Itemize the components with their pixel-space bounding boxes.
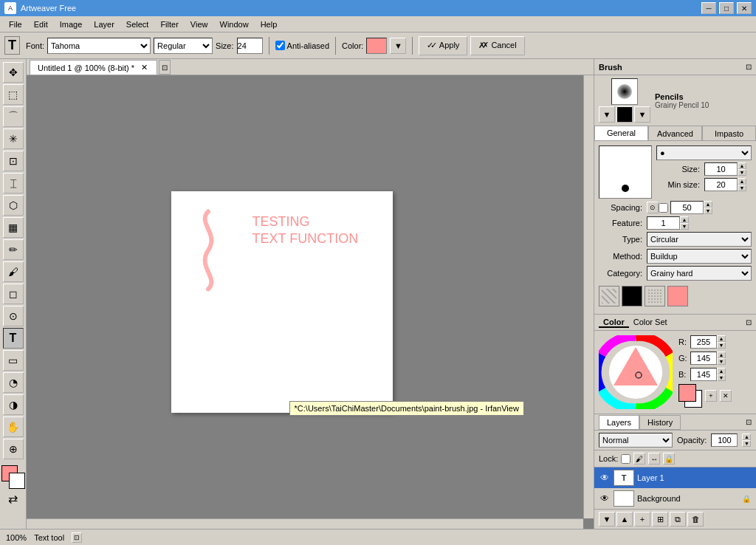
swatch-texture1[interactable] — [599, 286, 619, 306]
menu-window[interactable]: Window — [214, 18, 255, 30]
swatch-add-btn[interactable]: + — [705, 390, 717, 402]
min-size-down[interactable]: ▼ — [738, 185, 746, 191]
tool-gradient[interactable]: ▦ — [3, 217, 24, 238]
layer-move-up-btn[interactable]: ▲ — [616, 512, 633, 527]
canvas-scrollbar-right[interactable] — [583, 75, 594, 518]
layers-tab-layers[interactable]: Layers — [599, 415, 639, 430]
spacing-up[interactable]: ▲ — [704, 201, 712, 208]
menu-view[interactable]: View — [185, 18, 214, 30]
style-select[interactable]: Regular — [154, 38, 213, 54]
feature-up[interactable]: ▲ — [680, 216, 689, 223]
menu-image[interactable]: Image — [54, 18, 89, 30]
lock-icon2[interactable]: ↔ — [648, 453, 660, 465]
swatch-pink[interactable] — [667, 286, 688, 306]
tool-blur[interactable]: ◔ — [3, 372, 24, 393]
blend-mode-select[interactable]: Normal — [599, 433, 673, 448]
size-down[interactable]: ▼ — [738, 169, 746, 176]
brush-shape-select[interactable]: ● — [656, 145, 752, 160]
font-select[interactable]: Tahoma — [47, 38, 151, 54]
tool-magic-wand[interactable]: ✳ — [3, 128, 24, 149]
tool-select-rect[interactable]: ⬚ — [3, 84, 24, 105]
layer-delete-btn[interactable]: 🗑 — [687, 512, 704, 527]
color-tab-color[interactable]: Color — [599, 318, 629, 328]
tool-shape[interactable]: ▭ — [3, 350, 24, 371]
background-color[interactable] — [9, 473, 25, 489]
g-up[interactable]: ▲ — [717, 352, 726, 358]
anti-alias-label[interactable]: Anti-aliased — [275, 41, 329, 50]
r-down[interactable]: ▼ — [717, 342, 726, 349]
swatch-black[interactable] — [622, 286, 642, 306]
swap-colors-icon[interactable]: ⇄ — [8, 492, 18, 506]
tool-bucket[interactable]: ⬡ — [3, 195, 24, 216]
lock-icon3[interactable]: 🔒 — [663, 453, 675, 465]
tool-crop[interactable]: ⊡ — [3, 151, 24, 171]
layers-panel-maximize[interactable]: ⊡ — [746, 418, 752, 426]
size-input[interactable]: 24 — [237, 38, 263, 54]
lock-icon1[interactable]: 🖌 — [633, 453, 645, 465]
opacity-input[interactable] — [711, 433, 738, 447]
layer-new-btn[interactable]: + — [634, 512, 650, 527]
tool-pencil[interactable]: ✏ — [3, 239, 24, 260]
r-input[interactable] — [690, 335, 717, 349]
spacing-clock-btn[interactable]: ⊙ — [647, 202, 659, 213]
tool-eraser[interactable]: ◻ — [3, 284, 24, 304]
b-input[interactable] — [690, 368, 717, 381]
color-picker[interactable] — [366, 38, 387, 54]
min-size-input[interactable] — [704, 178, 738, 191]
brush-select-btn[interactable]: ▼ — [599, 106, 615, 123]
cancel-button[interactable]: ✗ ✗ Cancel — [470, 36, 524, 55]
layer-duplicate-btn[interactable]: ⧉ — [670, 512, 686, 527]
size-value-input[interactable] — [704, 162, 738, 176]
opacity-down[interactable]: ▼ — [742, 440, 751, 447]
menu-edit[interactable]: Edit — [28, 18, 54, 30]
g-down[interactable]: ▼ — [717, 358, 726, 365]
menu-file[interactable]: File — [3, 18, 28, 30]
menu-select[interactable]: Select — [120, 18, 155, 30]
tool-zoom[interactable]: ⊕ — [3, 439, 24, 459]
anti-alias-checkbox[interactable] — [275, 41, 285, 50]
method-select[interactable]: Buildup — [647, 249, 752, 264]
type-select[interactable]: Circular — [647, 232, 752, 247]
tool-select-lasso[interactable]: ⌒ — [3, 106, 24, 127]
menu-filter[interactable]: Filter — [154, 18, 184, 30]
spacing-checkbox[interactable] — [659, 203, 668, 213]
lock-transparency-checkbox[interactable] — [621, 454, 630, 464]
layer-row-background[interactable]: 👁 Background 🔒 — [594, 488, 756, 509]
category-select[interactable]: Grainy hard — [647, 266, 752, 281]
spacing-down[interactable]: ▼ — [704, 208, 712, 214]
close-button[interactable]: ✕ — [737, 2, 752, 14]
brush-tab-advanced[interactable]: Advanced — [648, 126, 702, 140]
tool-dodge[interactable]: ◑ — [3, 394, 24, 415]
layers-tab-history[interactable]: History — [639, 415, 681, 430]
size-up[interactable]: ▲ — [738, 162, 746, 169]
layer-move-down-btn[interactable]: ▼ — [599, 512, 615, 527]
menu-layer[interactable]: Layer — [88, 18, 120, 30]
feature-down[interactable]: ▼ — [680, 223, 689, 230]
canvas-scrollbar-bottom[interactable] — [27, 518, 583, 529]
color-panel-maximize[interactable]: ⊡ — [746, 318, 752, 326]
r-up[interactable]: ▲ — [717, 335, 726, 342]
layer-row-layer1[interactable]: 👁 T Layer 1 — [594, 467, 756, 488]
opacity-up[interactable]: ▲ — [742, 433, 751, 440]
brush-options-btn[interactable]: ▼ — [634, 106, 650, 123]
spacing-input[interactable] — [670, 201, 704, 214]
b-down[interactable]: ▼ — [717, 374, 726, 381]
brush-panel-maximize[interactable]: ⊡ — [746, 63, 752, 71]
tool-text[interactable]: T — [3, 328, 24, 349]
min-size-up[interactable]: ▲ — [738, 178, 746, 185]
background-visibility-icon[interactable]: 👁 — [599, 493, 611, 504]
menu-help[interactable]: Help — [255, 18, 284, 30]
minimize-button[interactable]: ─ — [701, 2, 716, 14]
canvas-container[interactable]: TESTING TEXT FUNCTION *C:\Users\TaiChiMa… — [27, 75, 594, 529]
b-up[interactable]: ▲ — [717, 368, 726, 374]
tool-move[interactable]: ✥ — [3, 62, 24, 83]
tab-close-button[interactable]: ✕ — [139, 63, 149, 73]
apply-button[interactable]: ✓ ✓ Apply — [419, 36, 467, 55]
color-wheel[interactable] — [599, 335, 673, 409]
canvas-resize-icon[interactable]: ⊡ — [159, 60, 171, 75]
canvas-tab[interactable]: Untitled 1 @ 100% (8-bit) * ✕ — [30, 60, 157, 75]
layer-group-btn[interactable]: ⊞ — [652, 512, 668, 527]
color-tab-colorset[interactable]: Color Set — [629, 318, 672, 328]
color-options-btn[interactable]: ▼ — [390, 38, 406, 54]
swatch-remove-btn[interactable]: ✕ — [720, 390, 732, 402]
